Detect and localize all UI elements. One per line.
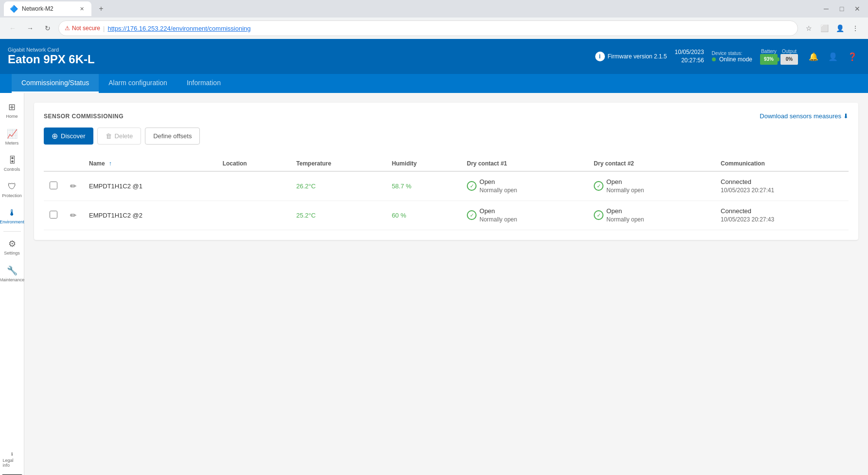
row1-dry1-text: Open Normally open: [479, 178, 517, 195]
sidebar-item-maintenance[interactable]: 🔧 Maintenance: [1, 261, 23, 286]
tab-alarm-configuration[interactable]: Alarm configuration: [99, 74, 177, 93]
row2-dry1-state: Open: [479, 207, 517, 216]
sort-icon[interactable]: ↑: [109, 160, 112, 167]
sidebar-item-controls[interactable]: 🎛 Controls: [1, 151, 23, 176]
row2-dry1-contact: Open Normally open: [467, 207, 582, 224]
row1-edit-cell: ✏: [63, 171, 83, 201]
row2-comm-status: Connected: [721, 207, 843, 216]
sidebar-item-protection[interactable]: 🛡 Protection: [1, 178, 23, 202]
extension-button[interactable]: ⬜: [817, 21, 831, 35]
col-name: Name ↑: [83, 156, 217, 171]
battery-visual: 93%: [760, 54, 778, 65]
row2-checkbox[interactable]: [50, 211, 57, 219]
table-row: ✏ EMPDT1H1C2 @2 25.2°C 60 %: [44, 201, 849, 230]
bookmark-button[interactable]: ☆: [802, 21, 815, 35]
app-brand: Gigabit Network Card Eaton 9PX 6K-L: [8, 47, 595, 66]
col-humidity: Humidity: [386, 156, 461, 171]
row2-comm-text: Connected 10/05/2023 20:27:43: [721, 207, 843, 224]
battery-label: Battery: [761, 49, 777, 54]
row1-temp-value: 26.2°C: [296, 183, 316, 190]
security-indicator: ⚠ Not secure: [65, 25, 100, 32]
profile-button[interactable]: 👤: [833, 21, 847, 35]
sidebar-item-legal[interactable]: ℹ Legal info: [1, 448, 23, 472]
minimize-button[interactable]: ─: [819, 2, 833, 16]
browser-frame: 🔷 Network-M2 ✕ + ─ □ ✕ ← → ↻ ⚠ Not secur…: [0, 0, 868, 475]
row2-humidity-value: 60 %: [392, 212, 407, 219]
warning-icon: ⚠: [65, 25, 70, 32]
tab-information[interactable]: Information: [177, 74, 230, 93]
firmware-label: Firmware version 2.1.5: [608, 53, 667, 60]
device-status-label: Device status:: [712, 51, 752, 56]
row2-communication: Connected 10/05/2023 20:27:43: [715, 201, 849, 230]
col-checkbox: [44, 156, 63, 171]
maximize-button[interactable]: □: [835, 2, 849, 16]
output-block: Output 0%: [780, 49, 798, 65]
sidebar-item-home-label: Home: [6, 114, 18, 119]
header-right: i Firmware version 2.1.5 10/05/2023 20:2…: [595, 48, 861, 65]
back-button[interactable]: ←: [6, 21, 19, 35]
col-communication: Communication: [715, 156, 849, 171]
battery-value: 93%: [764, 56, 774, 62]
sidebar-item-meters-label: Meters: [5, 141, 19, 146]
row1-location: [217, 171, 291, 201]
close-button[interactable]: ✕: [850, 2, 864, 16]
download-icon: ⬇: [843, 112, 849, 120]
legal-icon: ℹ: [11, 452, 13, 457]
header-icons: 🔔 👤 ❓: [806, 49, 860, 64]
sidebar: ⊞ Home 📈 Meters 🎛 Controls 🛡 Protection …: [0, 93, 24, 475]
address-bar[interactable]: ⚠ Not secure | https://176.16.253.224/en…: [58, 20, 798, 36]
not-secure-label: Not secure: [72, 25, 100, 32]
help-button[interactable]: ❓: [845, 49, 860, 64]
sidebar-item-environment[interactable]: 🌡 Environment: [1, 204, 23, 228]
tab-commissioning-status[interactable]: Commissioning/Status: [12, 74, 99, 93]
delete-button[interactable]: 🗑 Delete: [97, 128, 142, 145]
menu-button[interactable]: ⋮: [849, 21, 862, 35]
download-label: Download sensors measures: [760, 112, 841, 120]
firmware-icon: i: [595, 52, 605, 61]
sensor-table: Name ↑ Location Temperature Humidity Dry…: [44, 156, 849, 230]
row2-edit-button[interactable]: ✏: [69, 210, 77, 221]
download-link[interactable]: Download sensors measures ⬇: [760, 112, 849, 120]
sidebar-item-meters[interactable]: 📈 Meters: [1, 125, 23, 149]
row2-dry1: Open Normally open: [461, 201, 588, 230]
sidebar-item-settings[interactable]: ⚙ Settings: [1, 235, 23, 259]
online-label: Online mode: [719, 56, 752, 63]
col-dry2: Dry contact #2: [588, 156, 715, 171]
row2-comm-date: 10/05/2023 20:27:43: [721, 216, 843, 224]
notifications-button[interactable]: 🔔: [806, 49, 821, 64]
time-value: 20:27:56: [675, 56, 704, 65]
battery-block: Battery 93%: [760, 49, 778, 65]
row1-checkbox[interactable]: [50, 182, 57, 189]
row1-edit-button[interactable]: ✏: [69, 181, 77, 192]
battery-output-group: Battery 93% Output 0%: [760, 49, 798, 65]
row1-dry1-type: Normally open: [479, 186, 517, 195]
tab-close-button[interactable]: ✕: [78, 5, 86, 13]
url-display[interactable]: https://176.16.253.224/environment/commi…: [107, 25, 250, 32]
reload-button[interactable]: ↻: [41, 21, 54, 35]
forward-button[interactable]: →: [23, 21, 37, 35]
browser-tab[interactable]: 🔷 Network-M2 ✕: [4, 1, 91, 16]
define-offsets-button[interactable]: Define offsets: [145, 128, 200, 145]
discover-button[interactable]: ⊕ Discover: [44, 128, 93, 145]
row1-temperature: 26.2°C: [290, 171, 386, 201]
brand-subtitle: Gigabit Network Card: [8, 47, 595, 53]
discover-plus-icon: ⊕: [52, 131, 58, 141]
col-edit: [63, 156, 83, 171]
sidebar-item-home[interactable]: ⊞ Home: [1, 98, 23, 123]
home-icon: ⊞: [8, 102, 16, 112]
settings-icon: ⚙: [8, 238, 16, 249]
browser-controls: ← → ↻ ⚠ Not secure | https://176.16.253.…: [0, 18, 868, 39]
row1-dry1: Open Normally open: [461, 171, 588, 201]
row2-dry2-contact: Open Normally open: [594, 207, 709, 224]
row1-dry2-icon: [594, 181, 603, 191]
browser-action-buttons: ☆ ⬜ 👤 ⋮: [802, 21, 862, 35]
app-container: Gigabit Network Card Eaton 9PX 6K-L i Fi…: [0, 39, 868, 475]
tab-title: Network-M2: [22, 5, 74, 12]
table-row: ✏ EMPDT1H1C2 @1 26.2°C 58.7 %: [44, 171, 849, 201]
user-button[interactable]: 👤: [825, 49, 841, 64]
row2-dry2-state: Open: [606, 207, 644, 216]
row1-dry1-state: Open: [479, 178, 517, 186]
row1-comm-text: Connected 10/05/2023 20:27:41: [721, 178, 843, 195]
new-tab-button[interactable]: +: [95, 3, 107, 15]
row1-checkbox-cell: [44, 171, 63, 201]
